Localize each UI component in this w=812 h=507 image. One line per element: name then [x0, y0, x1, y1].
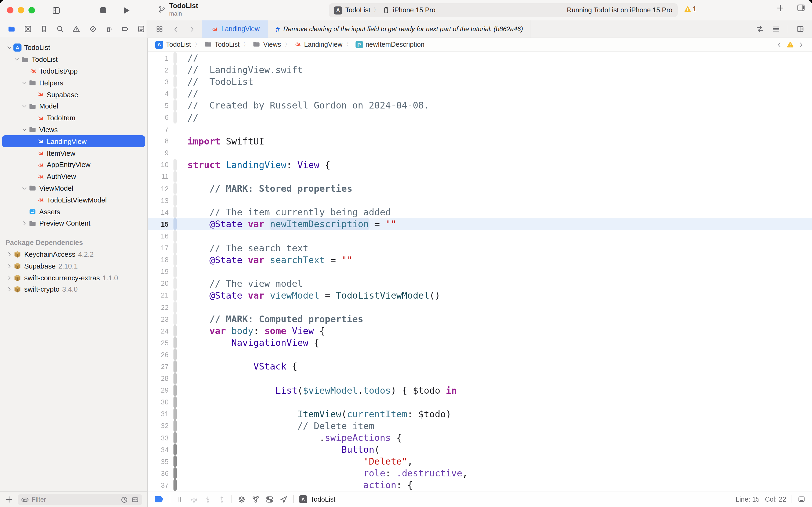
line-number[interactable]: 36	[148, 469, 173, 477]
breadcrumb-item[interactable]: TodoList	[204, 40, 239, 49]
code-line-31[interactable]: 31 ItemView(currentItem: $todo)	[148, 408, 812, 420]
line-number[interactable]: 5	[148, 102, 173, 110]
fold-ribbon[interactable]	[173, 373, 177, 384]
line-number[interactable]: 27	[148, 362, 173, 371]
back-button[interactable]	[169, 22, 183, 36]
code-line-4[interactable]: 4//	[148, 88, 812, 100]
fold-ribbon[interactable]	[173, 111, 177, 123]
fold-ribbon[interactable]	[173, 123, 177, 135]
code-line-6[interactable]: 6//	[148, 111, 812, 123]
fold-ribbon[interactable]	[173, 337, 177, 349]
fold-ribbon[interactable]	[173, 301, 177, 313]
fold-ribbon[interactable]	[173, 100, 177, 111]
fold-ribbon[interactable]	[173, 455, 177, 467]
line-number[interactable]: 37	[148, 481, 173, 489]
code-line-19[interactable]: 19	[148, 266, 812, 277]
code-line-14[interactable]: 14 // The item currently being added	[148, 206, 812, 218]
tree-item-preview-content[interactable]: Preview Content	[2, 218, 145, 229]
disclosure-chevron[interactable]	[5, 251, 13, 257]
close-button[interactable]	[7, 7, 13, 13]
fold-ribbon[interactable]	[173, 171, 177, 183]
fold-ribbon[interactable]	[173, 325, 177, 337]
tree-item-viewmodel[interactable]: ViewModel	[2, 182, 145, 194]
fold-ribbon[interactable]	[173, 194, 177, 206]
code-line-13[interactable]: 13	[148, 194, 812, 206]
simulate-location-icon[interactable]	[279, 495, 288, 504]
add-editor-icon[interactable]	[796, 25, 805, 33]
fold-ribbon[interactable]	[173, 135, 177, 147]
fold-ribbon[interactable]	[173, 278, 177, 289]
code-line-1[interactable]: 1//	[148, 52, 812, 64]
disclosure-chevron[interactable]	[20, 80, 28, 86]
code-line-12[interactable]: 12 // MARK: Stored properties	[148, 183, 812, 194]
line-number[interactable]: 24	[148, 327, 173, 335]
code-line-33[interactable]: 33 .swipeActions {	[148, 432, 812, 444]
line-number[interactable]: 4	[148, 90, 173, 98]
disclosure-chevron[interactable]	[5, 45, 13, 51]
line-number[interactable]: 33	[148, 434, 173, 442]
breakpoints-navigator-icon[interactable]	[120, 22, 130, 36]
running-process[interactable]: A TodoList	[299, 495, 335, 503]
fold-ribbon[interactable]	[173, 76, 177, 88]
code-line-22[interactable]: 22	[148, 301, 812, 313]
fold-ribbon[interactable]	[173, 420, 177, 432]
fold-ribbon[interactable]	[173, 289, 177, 301]
fold-ribbon[interactable]	[173, 313, 177, 325]
line-number[interactable]: 16	[148, 232, 173, 240]
toggle-inspector-icon[interactable]	[797, 3, 806, 12]
disclosure-chevron[interactable]	[5, 263, 13, 269]
package-item-swift-concurrency-extras[interactable]: swift-concurrency-extras1.1.0	[2, 272, 145, 284]
tree-item-todoitem[interactable]: TodoItem	[2, 112, 145, 124]
scheme-status-bar[interactable]: A TodoList 〉 iPhone 15 Pro Running TodoL…	[329, 3, 678, 17]
code-line-16[interactable]: 16	[148, 230, 812, 242]
source-control-status-filter-icon[interactable]	[131, 496, 139, 504]
add-file-button[interactable]	[5, 495, 13, 504]
code-line-17[interactable]: 17 // The search text	[148, 242, 812, 254]
disclosure-chevron[interactable]	[20, 127, 28, 133]
line-number[interactable]: 20	[148, 280, 173, 288]
scheme-target[interactable]: TodoList	[345, 6, 370, 14]
run-button[interactable]	[120, 3, 134, 17]
code-line-37[interactable]: 37 action: {	[148, 480, 812, 491]
tree-item-todolistapp[interactable]: TodoListApp	[2, 65, 145, 77]
minimize-button[interactable]	[18, 7, 24, 13]
fold-ribbon[interactable]	[173, 183, 177, 194]
code-line-10[interactable]: 10struct LandingView: View {	[148, 159, 812, 171]
code-line-25[interactable]: 25 NavigationView {	[148, 337, 812, 349]
code-line-8[interactable]: 8import SwiftUI	[148, 135, 812, 147]
scheme-device[interactable]: iPhone 15 Pro	[393, 6, 435, 14]
tree-item-assets[interactable]: Assets	[2, 206, 145, 218]
code-line-21[interactable]: 21 @State var viewModel = TodoListViewMo…	[148, 289, 812, 301]
package-item-swift-crypto[interactable]: swift-crypto3.4.0	[2, 284, 145, 295]
tree-item-supabase[interactable]: Supabase	[2, 89, 145, 101]
line-number[interactable]: 9	[148, 149, 173, 157]
fold-ribbon[interactable]	[173, 432, 177, 444]
step-into-icon[interactable]	[204, 495, 212, 504]
fold-ribbon[interactable]	[173, 444, 177, 455]
code-line-20[interactable]: 20 // The view model	[148, 278, 812, 289]
find-navigator-icon[interactable]	[55, 22, 65, 36]
line-number[interactable]: 23	[148, 315, 173, 323]
zoom-button[interactable]	[28, 7, 35, 13]
breadcrumb-item[interactable]: LandingView	[294, 40, 343, 49]
pause-icon[interactable]	[176, 495, 184, 504]
line-number[interactable]: 11	[148, 173, 173, 181]
filter-icon[interactable]	[21, 496, 29, 504]
fold-ribbon[interactable]	[173, 480, 177, 491]
fold-ribbon[interactable]	[173, 147, 177, 159]
step-out-icon[interactable]	[218, 495, 226, 504]
code-line-24[interactable]: 24 var body: some View {	[148, 325, 812, 337]
tab-landingview[interactable]: LandingView	[202, 20, 268, 38]
line-number[interactable]: 12	[148, 184, 173, 192]
line-number[interactable]: 28	[148, 374, 173, 382]
disclosure-chevron[interactable]	[20, 103, 28, 109]
code-line-5[interactable]: 5// Created by Russell Gordon on 2024-04…	[148, 100, 812, 111]
recent-files-icon[interactable]	[120, 496, 128, 504]
code-line-26[interactable]: 26	[148, 349, 812, 361]
line-number[interactable]: 25	[148, 339, 173, 347]
memory-graph-icon[interactable]	[251, 495, 260, 504]
stop-button[interactable]	[96, 3, 110, 17]
code-line-3[interactable]: 3// TodoList	[148, 76, 812, 88]
code-line-32[interactable]: 32 // Delete item	[148, 420, 812, 432]
source-editor[interactable]: 1//2// LandingView.swift3// TodoList4//5…	[148, 52, 812, 491]
